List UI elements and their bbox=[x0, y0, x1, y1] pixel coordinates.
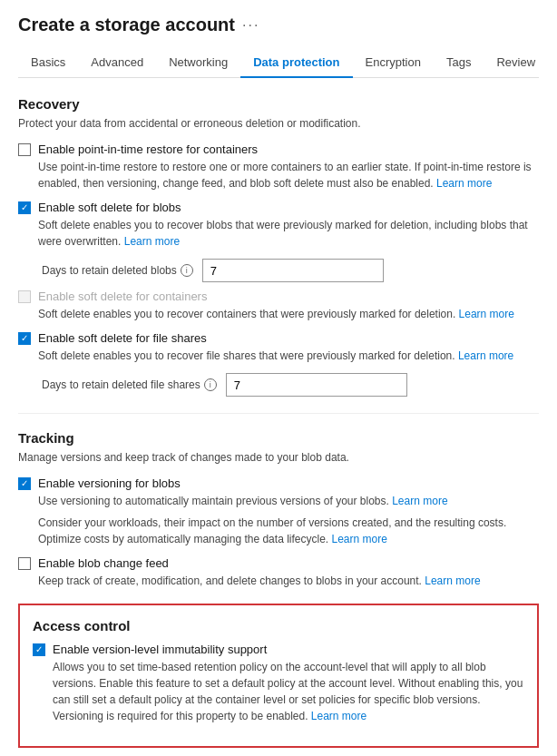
checkbox-point-in-time[interactable] bbox=[18, 143, 31, 156]
option-change-feed: Enable blob change feed Keep track of cr… bbox=[18, 556, 539, 589]
page-title-dots: ··· bbox=[242, 17, 259, 34]
file-shares-days-info-icon[interactable]: i bbox=[204, 378, 217, 391]
desc-soft-delete-file-shares: Soft delete enables you to recover file … bbox=[38, 348, 513, 364]
desc-point-in-time: Use point-in-time restore to restore one… bbox=[38, 159, 539, 191]
label-soft-delete-containers: Enable soft delete for containers bbox=[38, 290, 514, 303]
option-point-in-time: Enable point-in-time restore for contain… bbox=[18, 142, 539, 191]
checkbox-immutability[interactable] bbox=[33, 643, 45, 656]
tracking-title: Tracking bbox=[18, 430, 539, 446]
label-change-feed: Enable blob change feed bbox=[38, 556, 481, 570]
learn-more-versioning-extra[interactable]: Learn more bbox=[331, 533, 386, 545]
tab-basics[interactable]: Basics bbox=[18, 48, 78, 78]
label-soft-delete-file-shares: Enable soft delete for file shares bbox=[38, 331, 513, 345]
blobs-days-row: Days to retain deleted blobs i bbox=[42, 259, 539, 282]
option-soft-delete-file-shares: Enable soft delete for file shares Soft … bbox=[18, 331, 539, 364]
checkbox-soft-delete-file-shares[interactable] bbox=[18, 332, 31, 345]
option-immutability: Enable version-level immutability suppor… bbox=[33, 643, 524, 724]
recovery-section: Recovery Protect your data from accident… bbox=[18, 96, 539, 397]
option-soft-delete-containers: Enable soft delete for containers Soft d… bbox=[18, 290, 539, 322]
desc-versioning-extra: Consider your workloads, their impact on… bbox=[38, 515, 539, 547]
learn-more-pit[interactable]: Learn more bbox=[436, 177, 492, 190]
tab-encryption[interactable]: Encryption bbox=[353, 48, 434, 78]
access-control-title: Access control bbox=[33, 618, 524, 633]
option-versioning: Enable versioning for blobs Use versioni… bbox=[18, 476, 539, 547]
file-shares-days-input[interactable] bbox=[226, 373, 407, 397]
tab-data-protection[interactable]: Data protection bbox=[240, 48, 352, 78]
label-point-in-time: Enable point-in-time restore for contain… bbox=[38, 142, 539, 156]
tab-networking[interactable]: Networking bbox=[156, 48, 240, 78]
access-control-section: Access control Enable version-level immu… bbox=[18, 604, 539, 748]
tab-tags[interactable]: Tags bbox=[434, 48, 484, 78]
desc-immutability: Allows you to set time-based retention p… bbox=[53, 659, 524, 724]
checkbox-versioning[interactable] bbox=[18, 477, 31, 490]
learn-more-sdb[interactable]: Learn more bbox=[124, 235, 180, 248]
learn-more-change-feed[interactable]: Learn more bbox=[425, 574, 480, 587]
blobs-days-label: Days to retain deleted blobs i bbox=[42, 264, 193, 277]
tracking-desc: Manage versions and keep track of change… bbox=[18, 451, 539, 464]
blobs-days-input[interactable] bbox=[202, 259, 384, 282]
learn-more-immutability[interactable]: Learn more bbox=[311, 710, 366, 722]
blobs-days-info-icon[interactable]: i bbox=[181, 264, 193, 277]
label-versioning: Enable versioning for blobs bbox=[38, 476, 539, 490]
file-shares-days-row: Days to retain deleted file shares i bbox=[42, 373, 539, 397]
desc-change-feed: Keep track of create, modification, and … bbox=[38, 573, 481, 589]
recovery-title: Recovery bbox=[18, 96, 539, 112]
learn-more-versioning[interactable]: Learn more bbox=[392, 495, 447, 507]
learn-more-sdc[interactable]: Learn more bbox=[459, 308, 514, 320]
checkbox-change-feed[interactable] bbox=[18, 557, 31, 570]
page-title: Create a storage account bbox=[18, 15, 235, 35]
tab-review[interactable]: Review bbox=[484, 48, 548, 78]
option-soft-delete-blobs: Enable soft delete for blobs Soft delete… bbox=[18, 201, 539, 250]
label-immutability: Enable version-level immutability suppor… bbox=[53, 643, 524, 656]
recovery-desc: Protect your data from accidental or err… bbox=[18, 117, 539, 130]
tab-bar: Basics Advanced Networking Data protecti… bbox=[18, 48, 539, 78]
file-shares-days-label: Days to retain deleted file shares i bbox=[42, 378, 217, 391]
desc-soft-delete-blobs: Soft delete enables you to recover blobs… bbox=[38, 217, 539, 250]
tracking-section: Tracking Manage versions and keep track … bbox=[18, 430, 539, 589]
desc-soft-delete-containers: Soft delete enables you to recover conta… bbox=[38, 306, 514, 322]
label-soft-delete-blobs: Enable soft delete for blobs bbox=[38, 201, 539, 214]
checkbox-soft-delete-containers[interactable] bbox=[18, 290, 31, 303]
checkbox-soft-delete-blobs[interactable] bbox=[18, 201, 31, 214]
desc-versioning: Use versioning to automatically maintain… bbox=[38, 493, 539, 509]
learn-more-sdfs[interactable]: Learn more bbox=[458, 349, 513, 362]
tab-advanced[interactable]: Advanced bbox=[78, 48, 156, 78]
